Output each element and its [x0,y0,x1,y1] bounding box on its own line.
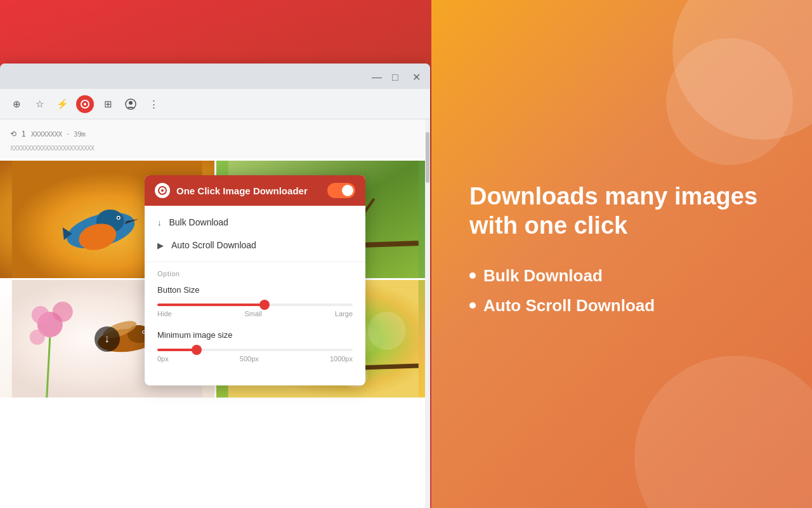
social-content: ⟲ 1 XXXXXXXX · 39m XXXXXXXXXXXXXXXXXXXXX… [0,119,430,158]
bulk-download-icon: ↓ [157,218,162,227]
browser-toolbar: ⊕ ☆ ⚡ ⊞ ⋮ [0,89,430,119]
post-description: XXXXXXXXXXXXXXXXXXXXXXXX [10,144,420,153]
bullet-dot-1 [469,272,476,279]
feature-bulk-download: Bulk Download [483,266,603,286]
browser-window: — □ ✕ ⊕ ☆ ⚡ ⊞ ⋮ [0,64,430,508]
popup-logo-icon [155,183,170,198]
label-0px: 0px [157,355,169,363]
browser-titlebar: — □ ✕ [0,64,430,89]
min-image-size-fill [157,349,197,351]
minimize-button[interactable]: — [372,72,379,80]
auto-scroll-menu-item[interactable]: ▶ Auto Scroll Download [145,234,365,257]
bullet-dot-2 [469,302,476,309]
button-size-labels: Hide Small Large [157,310,353,318]
svg-point-39 [367,312,405,350]
button-size-fill [157,304,265,306]
popup-menu: ↓ Bulk Download ▶ Auto Scroll Download [145,206,365,262]
browser-content: ⟲ 1 XXXXXXXX · 39m XXXXXXXXXXXXXXXXXXXXX… [0,119,430,508]
min-image-size-label: Minimum image size [157,330,353,340]
feature-item-autoscroll: Auto Scroll Download [469,296,774,316]
popup-options: Option Button Size Hide Small [145,262,365,385]
deco-circle-3 [634,356,812,508]
svg-point-3 [129,101,133,105]
right-panel: Downloads many imageswith one click Bulk… [431,0,812,508]
deco-circle-2 [666,38,793,165]
download-icon: ↓ [104,332,110,345]
min-image-size-thumb[interactable] [192,345,202,355]
button-size-thumb[interactable] [259,300,270,310]
download-overlay-button[interactable]: ↓ [95,326,120,352]
auto-scroll-label: Auto Scroll Download [171,240,256,250]
popup-header: One Click Image Downloader [145,175,365,206]
button-size-label: Button Size [157,285,353,295]
bulk-download-label: Bulk Download [169,217,228,227]
lightning-icon[interactable]: ⚡ [53,95,71,113]
scroll-thumb[interactable] [426,132,429,183]
svg-point-29 [30,330,45,345]
min-image-size-slider[interactable]: 0px 500px 1000px [157,346,353,365]
svg-point-1 [84,103,86,105]
svg-point-50 [161,189,164,192]
label-hide: Hide [157,310,172,318]
label-small: Small [244,310,262,318]
extension-active-icon[interactable] [76,95,94,113]
scrollbar[interactable] [425,119,430,508]
back-icon[interactable]: ⊕ [8,95,25,113]
feature-item-bulk: Bulk Download [469,266,774,286]
label-500px: 500px [240,355,259,363]
button-size-track [157,304,353,306]
svg-point-28 [53,302,73,322]
feature-list: Bulk Download Auto Scroll Download [469,266,774,326]
feature-auto-scroll: Auto Scroll Download [483,296,655,316]
profile-icon[interactable] [122,95,140,113]
min-image-size-option: Minimum image size 0px 500px 1000px [157,330,353,365]
extension-popup: One Click Image Downloader ↓ Bulk Downlo… [145,175,365,385]
min-image-size-track [157,349,353,351]
extensions-icon[interactable]: ⊞ [99,95,117,113]
options-label: Option [157,270,353,277]
label-1000px: 1000px [330,355,353,363]
svg-point-10 [117,217,119,219]
close-button[interactable]: ✕ [412,72,420,80]
retweet-icon: ⟲ [10,130,16,138]
post-username: XXXXXXXX · 39m [31,130,86,138]
button-size-option: Button Size Hide Small Large [157,285,353,320]
bulk-download-menu-item[interactable]: ↓ Bulk Download [145,211,365,234]
min-image-size-labels: 0px 500px 1000px [157,355,353,363]
star-icon[interactable]: ☆ [30,95,48,113]
svg-point-27 [32,306,49,324]
popup-title: One Click Image Downloader [176,185,321,196]
menu-icon[interactable]: ⋮ [145,95,162,113]
button-size-slider[interactable]: Hide Small Large [157,301,353,320]
toggle-switch[interactable] [327,183,355,198]
post-meta: ⟲ 1 XXXXXXXX · 39m [10,124,420,144]
right-headline: Downloads many imageswith one click [469,182,774,240]
auto-scroll-icon: ▶ [157,241,164,250]
maximize-button[interactable]: □ [392,72,400,80]
left-panel: — □ ✕ ⊕ ☆ ⚡ ⊞ ⋮ [0,0,431,508]
label-large: Large [335,310,353,318]
retweet-count: 1 [22,130,26,138]
